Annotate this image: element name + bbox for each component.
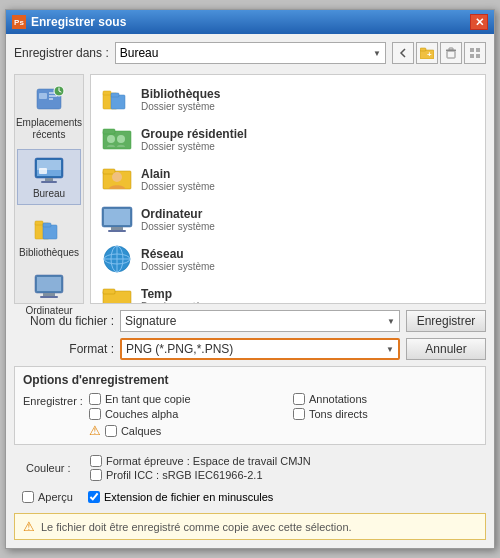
file-type: Dossier système <box>141 101 220 112</box>
svg-rect-7 <box>476 48 480 52</box>
file-item-reseau[interactable]: Réseau Dossier système <box>95 239 481 279</box>
dialog-content: Enregistrer dans : Bureau ▼ + <box>6 34 494 548</box>
svg-rect-5 <box>449 48 453 50</box>
location-value: Bureau <box>120 46 159 60</box>
apercu-checkbox[interactable] <box>22 491 34 503</box>
location-dropdown[interactable]: Bureau ▼ <box>115 42 386 64</box>
nav-back-button[interactable] <box>392 42 414 64</box>
groupe-icon <box>101 123 133 155</box>
sidebar-item-recent[interactable]: Emplacements récents <box>17 79 81 145</box>
svg-rect-40 <box>111 227 123 230</box>
file-info-temp: Temp Dossier système <box>141 287 215 305</box>
location-bar: Enregistrer dans : Bureau ▼ + <box>14 42 486 64</box>
svg-rect-17 <box>41 181 57 183</box>
file-info-reseau: Réseau Dossier système <box>141 247 215 272</box>
save-button[interactable]: Enregistrer <box>406 310 486 332</box>
extension-label[interactable]: Extension de fichier en minuscules <box>104 491 273 503</box>
filename-input[interactable]: Signature ▼ <box>120 310 400 332</box>
delete-button[interactable] <box>440 42 462 64</box>
file-type: Dossier système <box>141 141 247 152</box>
svg-rect-28 <box>103 91 111 95</box>
save-dialog: Ps Enregistrer sous ✕ Enregistrer dans :… <box>5 9 495 549</box>
sidebar-item-bibliotheques[interactable]: Bibliothèques <box>17 209 81 263</box>
tons-directs-label[interactable]: Tons directs <box>309 408 368 420</box>
couches-alpha-label[interactable]: Couches alpha <box>105 408 178 420</box>
filename-dropdown-icon: ▼ <box>387 317 395 326</box>
annotations-label[interactable]: Annotations <box>309 393 367 405</box>
color-row: Couleur : Format épreuve : Espace de tra… <box>26 455 478 481</box>
svg-rect-9 <box>476 54 480 58</box>
file-info-ordinateur: Ordinateur Dossier système <box>141 207 215 232</box>
sidebar-recent-label: Emplacements récents <box>16 117 82 141</box>
filename-row: Nom du fichier : Signature ▼ Enregistrer <box>14 310 486 332</box>
profil-icc-label[interactable]: Profil ICC : sRGB IEC61966-2.1 <box>106 469 263 481</box>
sidebar-bureau-label: Bureau <box>33 188 65 200</box>
svg-rect-26 <box>40 296 58 298</box>
svg-rect-18 <box>39 168 47 174</box>
format-epreuve-checkbox-item: Format épreuve : Espace de travail CMJN <box>90 455 311 467</box>
svg-text:+: + <box>427 50 432 59</box>
file-item-groupe[interactable]: Groupe résidentiel Dossier système <box>95 119 481 159</box>
window-title: Enregistrer sous <box>31 15 126 29</box>
file-item-temp[interactable]: Temp Dossier système <box>95 279 481 304</box>
apercu-label[interactable]: Aperçu <box>38 491 73 503</box>
extension-row: Extension de fichier en minuscules <box>88 491 478 503</box>
svg-point-34 <box>117 135 125 143</box>
bottom-warning-icon: ⚠ <box>23 519 35 534</box>
annotations-checkbox-item: Annotations <box>293 393 477 405</box>
svg-rect-16 <box>45 178 53 181</box>
dropdown-arrow-icon: ▼ <box>373 49 381 58</box>
copie-label[interactable]: En tant que copie <box>105 393 191 405</box>
file-info-groupe: Groupe résidentiel Dossier système <box>141 127 247 152</box>
app-icon: Ps <box>12 15 26 29</box>
sidebar-bibliotheques-label: Bibliothèques <box>19 247 79 259</box>
alain-icon <box>101 163 133 195</box>
enregistrer-label: Enregistrer : <box>23 393 83 407</box>
options-checkboxes: En tant que copie Annotations Couches al… <box>89 393 477 438</box>
libraries-icon <box>33 213 65 245</box>
computer-icon <box>33 271 65 303</box>
file-list[interactable]: Bibliothèques Dossier système <box>90 74 486 304</box>
toolbar-icons: + <box>392 42 486 64</box>
close-button[interactable]: ✕ <box>470 14 488 30</box>
svg-rect-39 <box>104 209 130 225</box>
temp-icon <box>101 283 133 304</box>
view-menu-button[interactable] <box>464 42 486 64</box>
couches-alpha-checkbox[interactable] <box>89 408 101 420</box>
sidebar-item-bureau[interactable]: Bureau <box>17 149 81 205</box>
file-name: Temp <box>141 287 215 301</box>
calques-checkbox[interactable] <box>105 425 117 437</box>
calques-label[interactable]: Calques <box>121 425 161 437</box>
file-item-alain[interactable]: Alain Dossier système <box>95 159 481 199</box>
svg-rect-22 <box>43 223 51 227</box>
format-row: Format : PNG (*.PNG,*.PNS) ▼ Annuler <box>14 338 486 360</box>
format-value: PNG (*.PNG,*.PNS) <box>126 342 233 356</box>
file-name: Réseau <box>141 247 215 261</box>
annotations-checkbox[interactable] <box>293 393 305 405</box>
extension-checkbox[interactable] <box>88 491 100 503</box>
profil-icc-checkbox[interactable] <box>90 469 102 481</box>
file-type: Dossier système <box>141 301 215 305</box>
file-list-inner: Bibliothèques Dossier système <box>91 75 485 304</box>
title-bar: Ps Enregistrer sous ✕ <box>6 10 494 34</box>
svg-rect-3 <box>447 51 455 58</box>
svg-rect-41 <box>108 230 126 232</box>
calques-checkbox-item: Calques <box>105 425 161 437</box>
file-type: Dossier système <box>141 261 215 272</box>
format-dropdown-icon: ▼ <box>386 345 394 354</box>
warning-triangle-icon: ⚠ <box>89 423 101 438</box>
tons-directs-checkbox[interactable] <box>293 408 305 420</box>
copie-checkbox[interactable] <box>89 393 101 405</box>
svg-rect-36 <box>103 169 115 174</box>
file-item-ordinateur[interactable]: Ordinateur Dossier système <box>95 199 481 239</box>
format-epreuve-label[interactable]: Format épreuve : Espace de travail CMJN <box>106 455 311 467</box>
svg-rect-32 <box>103 129 115 134</box>
svg-rect-8 <box>470 54 474 58</box>
filename-value: Signature <box>125 314 176 328</box>
file-item-bibliotheques[interactable]: Bibliothèques Dossier système <box>95 79 481 119</box>
format-epreuve-checkbox[interactable] <box>90 455 102 467</box>
file-name: Groupe résidentiel <box>141 127 247 141</box>
cancel-button[interactable]: Annuler <box>406 338 486 360</box>
format-dropdown[interactable]: PNG (*.PNG,*.PNS) ▼ <box>120 338 400 360</box>
new-folder-button[interactable]: + <box>416 42 438 64</box>
